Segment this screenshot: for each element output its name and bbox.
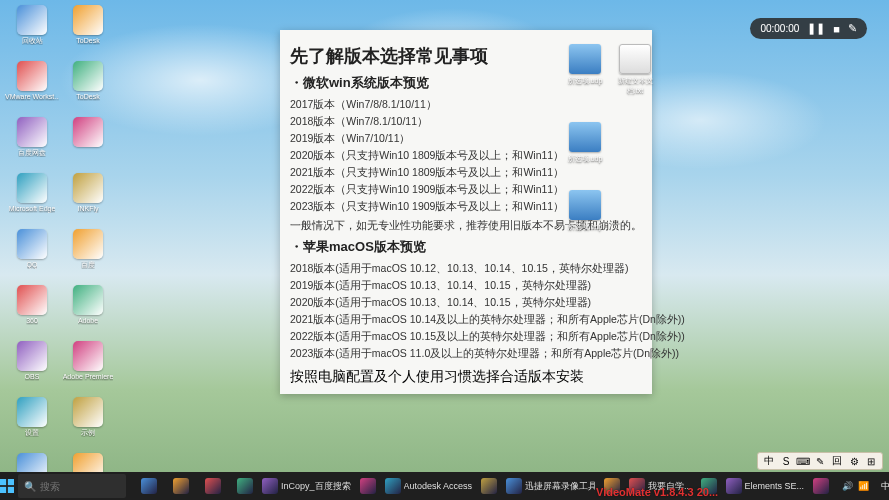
desktop-icon[interactable]: 回收站	[4, 5, 60, 59]
taskbar-app-icon	[205, 478, 221, 494]
app-icon	[17, 5, 47, 35]
desktop-icon[interactable]	[60, 117, 116, 171]
taskbar-item[interactable]	[597, 474, 627, 498]
desktop-file[interactable]: 所选项.udp	[562, 44, 608, 86]
desktop-file[interactable]: 新建文本文档.txt	[612, 44, 658, 96]
ime-toolbar[interactable]: 中S⌨✎回⚙⊞	[757, 452, 883, 470]
desktop-file[interactable]: 所选项.udp	[562, 190, 608, 232]
taskbar-item[interactable]	[694, 474, 724, 498]
taskbar-item[interactable]: Elements SE...	[726, 474, 805, 498]
icon-label: Microsoft Edge	[9, 205, 56, 213]
taskbar-item[interactable]: 我要自学...	[629, 474, 692, 498]
icon-label: 设置	[25, 429, 39, 437]
file-icon	[569, 190, 601, 220]
app-icon	[73, 341, 103, 371]
version-line: 2023版本(适用于macOS 11.0及以上的英特尔处理器；和所有Apple芯…	[290, 345, 642, 362]
ime-button[interactable]: ⚙	[847, 454, 861, 468]
taskbar-app-icon	[604, 478, 620, 494]
ime-button[interactable]: S	[779, 454, 793, 468]
desktop-icon[interactable]: ToDesk	[60, 61, 116, 115]
taskbar-item[interactable]	[166, 474, 196, 498]
app-icon	[73, 229, 103, 259]
desktop-icon[interactable]: ToDesk	[60, 5, 116, 59]
file-icon	[569, 44, 601, 74]
app-icon	[73, 173, 103, 203]
file-label: 新建文本文档.txt	[612, 76, 658, 96]
stop-button[interactable]: ■	[833, 23, 840, 35]
taskbar-item[interactable]: InCopy_百度搜索	[262, 474, 351, 498]
desktop-icon[interactable]: 百度	[60, 229, 116, 283]
taskbar-item[interactable]	[474, 474, 504, 498]
app-icon	[17, 229, 47, 259]
file-label: 所选项.udp	[568, 154, 603, 164]
taskbar-item[interactable]	[353, 474, 383, 498]
taskbar-item-label: InCopy_百度搜索	[281, 480, 351, 493]
taskbar-item-label: Autodesk Access	[404, 481, 473, 491]
search-icon: 🔍	[24, 481, 36, 492]
app-icon	[73, 61, 103, 91]
version-line: 2018版本(适用于macOS 10.12、10.13、10.14、10.15，…	[290, 260, 642, 277]
ime-indicator[interactable]: 中	[875, 480, 889, 493]
file-label: 所选项.udp	[568, 222, 603, 232]
ime-button[interactable]: 中	[762, 454, 776, 468]
app-icon	[17, 285, 47, 315]
taskbar-app-icon	[701, 478, 717, 494]
pause-button[interactable]: ❚❚	[807, 22, 825, 35]
desktop-icon[interactable]: 设置	[4, 397, 60, 451]
right-desktop-files: 所选项.udp新建文本文档.txt所选项.udp所选项.udp	[560, 40, 660, 236]
taskbar-app-icon	[506, 478, 522, 494]
icon-label: 示例	[81, 429, 95, 437]
taskbar-item[interactable]	[198, 474, 228, 498]
version-line: 2022版本(适用于macOS 10.15及以上的英特尔处理器；和所有Apple…	[290, 328, 642, 345]
taskbar: 🔍 InCopy_百度搜索Autodesk Access迅捷屏幕录像工具我要自学…	[0, 472, 889, 500]
taskbar-item[interactable]	[806, 474, 836, 498]
icon-label: 百度网盘	[18, 149, 46, 157]
search-input[interactable]	[40, 481, 120, 492]
tray-icon[interactable]: 📶	[858, 481, 869, 491]
taskbar-app-icon	[385, 478, 401, 494]
taskbar-item[interactable]: 迅捷屏幕录像工具	[506, 474, 595, 498]
ime-button[interactable]: ✎	[813, 454, 827, 468]
desktop-icon[interactable]: Microsoft Edge	[4, 173, 60, 227]
desktop-icon[interactable]: 百度网盘	[4, 117, 60, 171]
start-button[interactable]	[0, 472, 14, 500]
svg-rect-2	[0, 487, 6, 493]
icon-label: ToDesk	[76, 37, 99, 45]
desktop-icon[interactable]: OBS	[4, 341, 60, 395]
app-icon	[17, 61, 47, 91]
desktop-icons: 回收站ToDeskVMware Workst...ToDesk百度网盘 Micr…	[4, 4, 124, 500]
app-icon	[73, 285, 103, 315]
taskbar-app-icon	[360, 478, 376, 494]
taskbar-item[interactable]: Autodesk Access	[385, 474, 473, 498]
tray-icon[interactable]: 🔊	[842, 481, 853, 491]
taskbar-item[interactable]	[230, 474, 260, 498]
ime-button[interactable]: ⌨	[796, 454, 810, 468]
taskbar-item-label: 迅捷屏幕录像工具	[525, 480, 595, 493]
svg-rect-0	[0, 479, 6, 485]
desktop-icon[interactable]: INKFly	[60, 173, 116, 227]
desktop-icon[interactable]: VMware Workst...	[4, 61, 60, 115]
icon-label: 360	[26, 317, 38, 325]
taskbar-item[interactable]	[134, 474, 164, 498]
taskbar-app-icon	[813, 478, 829, 494]
ime-button[interactable]: ⊞	[864, 454, 878, 468]
taskbar-app-icon	[237, 478, 253, 494]
desktop-icon[interactable]: Adobe Premiere	[60, 341, 116, 395]
app-icon	[17, 173, 47, 203]
system-tray[interactable]: 🔊📶	[836, 481, 875, 491]
version-line: 2020版本(适用于macOS 10.13、10.14、10.15，英特尔处理器…	[290, 294, 642, 311]
taskbar-app-icon	[141, 478, 157, 494]
app-icon	[73, 117, 103, 147]
ime-button[interactable]: 回	[830, 454, 844, 468]
desktop-icon[interactable]: Adobe	[60, 285, 116, 339]
desktop-icon[interactable]: 示例	[60, 397, 116, 451]
desktop-file[interactable]: 所选项.udp	[562, 122, 608, 164]
app-icon	[17, 117, 47, 147]
desktop-icon[interactable]: QQ	[4, 229, 60, 283]
app-icon	[73, 5, 103, 35]
edit-button[interactable]: ✎	[848, 22, 857, 35]
taskbar-search[interactable]: 🔍	[18, 474, 126, 498]
file-label: 所选项.udp	[568, 76, 603, 86]
desktop-icon[interactable]: 360	[4, 285, 60, 339]
taskbar-app-icon	[726, 478, 742, 494]
